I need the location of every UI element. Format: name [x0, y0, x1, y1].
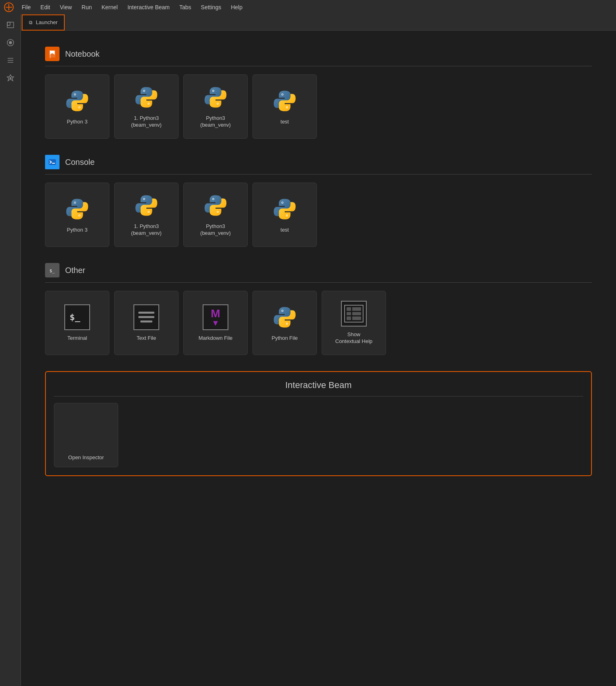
svg-text:$_: $_	[49, 268, 55, 273]
menu-kernel[interactable]: Kernel	[97, 2, 121, 12]
console-python3-label: Python 3	[67, 227, 87, 234]
console-python3-card[interactable]: Python 3	[45, 183, 109, 247]
menu-help[interactable]: Help	[227, 2, 246, 12]
svg-point-25	[286, 107, 287, 107]
interactive-beam-cards-grid: Open Inspector	[54, 403, 583, 467]
svg-rect-2	[7, 22, 14, 28]
console-test-card[interactable]: test	[253, 183, 317, 247]
menu-settings[interactable]: Settings	[197, 2, 226, 12]
svg-point-33	[144, 199, 144, 199]
contextual-help-card[interactable]: ShowContextual Help	[322, 291, 386, 355]
text-file-label: Text File	[137, 335, 156, 342]
svg-point-23	[282, 94, 283, 94]
console-python3-beam-label: Python3(beam_venv)	[200, 223, 231, 237]
app-logo	[3, 2, 14, 13]
console-test-label: test	[281, 227, 289, 234]
other-section-icon: $_	[45, 263, 60, 277]
svg-rect-8	[10, 77, 11, 79]
terminal-card[interactable]: $_ Terminal	[45, 291, 109, 355]
notebook-python3-beam-label: Python3(beam_venv)	[200, 115, 231, 129]
console-section-title: Console	[65, 158, 94, 167]
other-section-header: $_ Other	[45, 263, 592, 283]
menu-edit[interactable]: Edit	[37, 2, 54, 12]
svg-point-35	[148, 212, 149, 212]
other-cards-grid: $_ Terminal Text File	[45, 291, 592, 355]
sidebar-files-icon[interactable]	[3, 18, 18, 32]
main-content: ⧉ Launcher Notebook	[21, 14, 616, 686]
text-file-card[interactable]: Text File	[114, 291, 179, 355]
svg-point-13	[79, 107, 80, 107]
notebook-python3-beam1-label: 1. Python3(beam_venv)	[131, 115, 162, 129]
svg-point-51	[286, 323, 287, 324]
sidebar-extension-icon[interactable]	[3, 71, 18, 85]
console-python3-beam1-card[interactable]: 1. Python3(beam_venv)	[114, 183, 179, 247]
launcher-content: Notebook	[21, 31, 616, 508]
sidebar-running-icon[interactable]	[3, 35, 18, 50]
svg-point-37	[213, 199, 214, 199]
external-link-icon: ⧉	[29, 20, 33, 25]
menu-tabs[interactable]: Tabs	[175, 2, 195, 12]
markdown-file-label: Markdown File	[199, 335, 233, 342]
svg-rect-1	[7, 22, 10, 25]
svg-point-39	[217, 212, 218, 212]
notebook-python3-card[interactable]: Python 3	[45, 74, 109, 139]
menu-view[interactable]: View	[56, 2, 76, 12]
svg-point-19	[213, 90, 214, 91]
python-file-card[interactable]: Python File	[253, 291, 317, 355]
notebook-python3-beam-card[interactable]: Python3(beam_venv)	[183, 74, 248, 139]
notebook-section-header: Notebook	[45, 47, 592, 66]
svg-point-21	[217, 103, 218, 104]
menubar: File Edit View Run Kernel Interactive Be…	[0, 0, 616, 14]
app-body: ⧉ Launcher Notebook	[0, 14, 616, 686]
tab-bar: ⧉ Launcher	[21, 14, 616, 31]
python-file-label: Python File	[271, 335, 298, 342]
notebook-section-title: Notebook	[65, 49, 100, 59]
sidebar-toc-icon[interactable]	[3, 53, 18, 68]
notebook-test-card[interactable]: test	[253, 74, 317, 139]
launcher-tab-label: Launcher	[36, 19, 57, 25]
svg-text:$_: $_	[70, 312, 80, 322]
svg-point-31	[79, 215, 80, 216]
notebook-python3-label: Python 3	[67, 119, 87, 125]
open-inspector-label: Open Inspector	[68, 454, 104, 460]
svg-point-29	[74, 202, 75, 203]
launcher-tab[interactable]: ⧉ Launcher	[22, 14, 65, 31]
svg-point-41	[282, 202, 283, 203]
notebook-section-icon	[45, 47, 60, 61]
console-python3-beam-card[interactable]: Python3(beam_venv)	[183, 183, 248, 247]
menu-run[interactable]: Run	[78, 2, 96, 12]
menu-interactive-beam[interactable]: Interactive Beam	[123, 2, 174, 12]
console-section-header: Console	[45, 155, 592, 175]
interactive-beam-title: Interactive Beam	[54, 380, 583, 396]
svg-point-17	[148, 103, 149, 104]
svg-rect-26	[49, 159, 56, 165]
svg-point-11	[74, 94, 75, 94]
svg-point-15	[144, 90, 144, 91]
open-inspector-card[interactable]: Open Inspector	[54, 403, 118, 467]
svg-point-49	[282, 310, 283, 311]
menu-file[interactable]: File	[18, 2, 35, 12]
svg-point-43	[286, 215, 287, 216]
other-section: $_ Other $_ Terminal	[45, 263, 592, 355]
svg-point-4	[9, 41, 12, 44]
terminal-label: Terminal	[67, 335, 87, 342]
notebook-test-label: test	[281, 119, 289, 125]
console-cards-grid: Python 3	[45, 183, 592, 247]
sidebar	[0, 14, 21, 686]
contextual-help-label: ShowContextual Help	[335, 331, 373, 345]
notebook-section: Notebook	[45, 47, 592, 139]
markdown-file-card[interactable]: M ▼ Markdown File	[183, 291, 248, 355]
notebook-cards-grid: Python 3	[45, 74, 592, 139]
interactive-beam-section: Interactive Beam Open Inspector	[45, 371, 592, 476]
console-python3-beam1-label: 1. Python3(beam_venv)	[131, 223, 162, 237]
other-section-title: Other	[65, 266, 85, 275]
notebook-python3-beam1-card[interactable]: 1. Python3(beam_venv)	[114, 74, 179, 139]
console-section-icon	[45, 155, 60, 169]
console-section: Console	[45, 155, 592, 247]
